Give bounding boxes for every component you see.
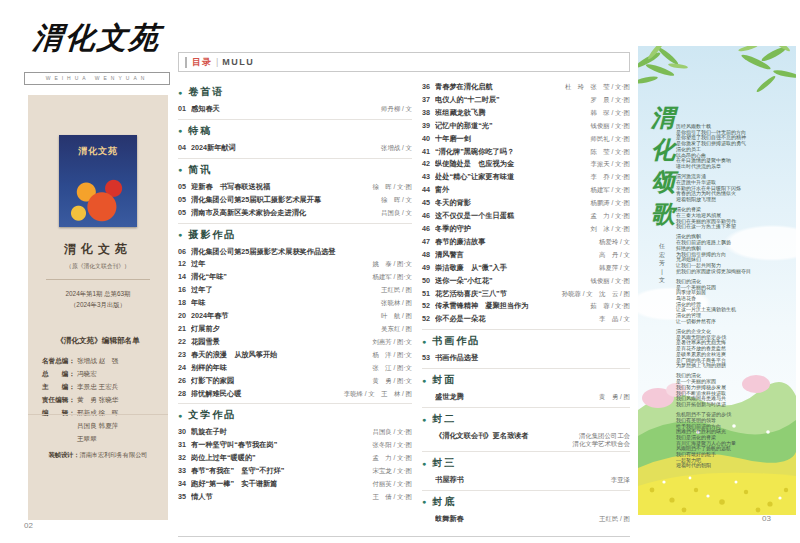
toc-title-cn: 目录	[192, 56, 212, 69]
editorial-name-line: 黄 勇 张晓华	[77, 393, 118, 406]
entry-author: 李派天 / 文·图	[591, 160, 630, 168]
editorial-name-line: 吕国良 韩夏萍	[77, 419, 118, 432]
entry-author: 钱俊丽 / 文·图	[591, 122, 630, 130]
entry-page-number: 36	[422, 81, 435, 94]
entry-page-number: 46	[422, 210, 435, 223]
entry-author-line: 韩夏萍 / 文	[599, 264, 630, 272]
entry-page-number: 40	[422, 133, 435, 146]
entry-page-number: 48	[422, 249, 435, 262]
entry-page-number: 05	[178, 181, 191, 194]
entry-author-line: 徐 晖 / 文	[381, 196, 412, 204]
entry-title: 传承雷锋精神 凝聚担当作为	[435, 300, 591, 313]
toc-entry: 48清风警言高 丹 / 文	[422, 249, 630, 262]
entry-author: 王红民 / 图	[381, 286, 412, 294]
entry-author-line: 宋宝龙 / 文·图	[373, 467, 412, 475]
section-heading-label: 文学作品	[188, 408, 236, 422]
entry-author: 徐 晖 / 文	[381, 196, 412, 204]
toc-entry: 05渭化集团公司第25届职工摄影艺术展开幕徐 晖 / 文	[178, 194, 412, 207]
entry-author-line: 李 乔 / 文·图	[591, 173, 630, 181]
journal-name: 渭化文苑	[28, 241, 168, 258]
table-of-contents: 目录 | MULU ●卷首语01感知春天师丹柳 / 文●特稿042024新年献词…	[178, 52, 630, 537]
entry-page-number: 42	[422, 158, 435, 171]
entry-title: 排忧解难民心暖	[191, 388, 344, 401]
entry-title: 跑好“第一棒” 实干谱新篇	[191, 478, 373, 491]
entry-author: 张 江 / 图·文	[373, 364, 412, 372]
section-heading-label: 封面	[432, 373, 456, 387]
section-bullet-icon: ●	[178, 231, 182, 238]
entry-author-line: 罗 晨 / 文·图	[591, 96, 630, 104]
magazine-logo-romanized: WEIHUA WENYUAN	[24, 72, 170, 85]
poem-stanza: 我们的渭化是一个美丽的家园我们努力拼搏稳步发展我们不断追求科技进取我们风雨同舟患…	[676, 373, 796, 407]
toc-columns: ●卷首语01感知春天师丹柳 / 文●特稿042024新年献词张增战 / 文●简讯…	[178, 81, 630, 537]
entry-page-number: 35	[178, 491, 191, 504]
entry-author-line: 杨鹏涛 / 文·图	[591, 199, 630, 207]
section-heading-label: 简讯	[188, 163, 212, 177]
entry-author-line: 李亚泽	[611, 476, 630, 484]
poem-line: 迎着朝阳放飞理想	[676, 197, 796, 203]
page-number-right: 03	[762, 514, 771, 523]
poem-title-vertical: 渭化颂歌	[650, 102, 676, 230]
entry-author-line: 吕国良 / 文	[381, 209, 412, 217]
entry-author: 姚 泰 / 图·文	[373, 260, 412, 268]
entry-author: 宋宝龙 / 文·图	[373, 467, 412, 475]
poem-line: 让一切都井然有序	[676, 319, 796, 325]
poem-author-char: 文	[656, 276, 668, 285]
entry-page-number: 14	[178, 271, 191, 284]
left-page: 渭化文苑 WEIHUA WENYUAN	[24, 8, 170, 85]
entry-author-line: 渭化集团公司工会	[572, 432, 630, 440]
entry-author: 杨鹏涛 / 文·图	[591, 199, 630, 207]
entry-title: 凯旋在子时	[191, 426, 373, 439]
editorial-role: 编 辑：	[42, 406, 75, 445]
editorial-names: 黄 勇 张晓华	[77, 393, 118, 406]
entry-title: “渭化牌”黑碗你吃了吗？	[435, 146, 591, 159]
toc-entry: 50送你一朵“小红花”钱俊丽 / 文·图	[422, 275, 630, 288]
entry-title: 这不仅仅是一个生日蛋糕	[435, 210, 591, 223]
entry-title: 灯展前夕	[191, 323, 381, 336]
section-bullet-icon: ●	[422, 338, 426, 345]
entry-title: 你不必是一朵花	[435, 313, 599, 326]
header-separator: |	[216, 57, 218, 67]
entry-page-number: 38	[422, 107, 435, 120]
entry-author-line: 杨建军 / 图·文	[373, 273, 412, 281]
toc-left-column: ●卷首语01感知春天师丹柳 / 文●特稿042024新年献词张增战 / 文●简讯…	[178, 81, 422, 532]
toc-entry: 30凯旋在子时吕国良 / 文·图	[178, 426, 412, 439]
toc-entry: 43处处“精心”让家更有味道李 乔 / 文·图	[422, 171, 630, 184]
editorial-role: 责任编辑：	[42, 393, 75, 406]
editorial-name-line: 李景忠 王宏兵	[77, 380, 118, 393]
entry-title: 清风警言	[435, 249, 599, 262]
poem-author-char: 任	[656, 242, 668, 251]
entry-author-line: 孟 力 / 文·图	[591, 212, 630, 220]
entry-title: 送你一朵“小红花”	[435, 275, 591, 288]
entry-page-number: 16	[178, 284, 191, 297]
toc-section: ●封三书屋荐书李亚泽	[422, 456, 630, 491]
entry-author-line: 刘惠芳 / 图·文	[373, 338, 412, 346]
entry-author: 徐 晖 / 文·图	[373, 183, 412, 191]
entry-author: 师民礼 / 文·图	[591, 135, 630, 143]
entry-page-number: 24	[178, 362, 191, 375]
toc-entry: 《渭化文联会刊》更名致读者渭化集团公司工会渭化文学艺术联合会	[422, 430, 630, 448]
poem-page-panel: 渭化颂歌 任宏芳∣文 历经风雨数十载是你指引了我们一往无前的方向是你塑造了我们自…	[638, 46, 796, 515]
toc-entry: 37电仪人的“十二时辰”罗 晨 / 文·图	[422, 94, 630, 107]
entry-page-number: 05	[178, 194, 191, 207]
toc-section: ●卷首语01感知春天师丹柳 / 文	[178, 85, 412, 120]
entry-title: 渭化“年味”	[191, 271, 373, 284]
design-credit-label: 装帧设计：	[49, 451, 80, 458]
magazine-spread: 渭化文苑 WEIHUA WENYUAN 渭化文苑 渭化文苑 （原《渭化文联会刊》…	[0, 0, 800, 543]
toc-entry: 31有一种坚守叫“春节我在岗”张冬阳 / 文·图	[178, 439, 412, 452]
entry-author: 李亚泽	[611, 476, 630, 484]
entry-author: 杨建军 / 图·文	[373, 273, 412, 281]
toc-entry: 042024新年献词张增战 / 文	[178, 142, 412, 155]
entry-author-line: 高 丹 / 文	[599, 251, 630, 259]
poem-body: 历经风雨数十载是你指引了我们一往无前的方向是你塑造了我们自强不息的精神是你激发了…	[676, 124, 796, 474]
entry-title: 渭南市及高新区美术家协会走进渭化	[191, 207, 381, 220]
toc-entry: 49崇洁敬廉 从“微”入手韩夏萍 / 文	[422, 262, 630, 275]
entry-title: 记忆中的那道“光”	[435, 120, 591, 133]
poem-line: 我们开拓创新与时俱进	[676, 402, 796, 408]
toc-entry: 22花园雪景刘惠芳 / 图·文	[178, 336, 412, 349]
toc-entry: 26灯影下的家园黄 勇 / 图·文	[178, 375, 412, 388]
entry-title: 十年磨一剑	[435, 133, 591, 146]
toc-entry: 16过年了王红民 / 图	[178, 284, 412, 297]
toc-entry: 01感知春天师丹柳 / 文	[178, 103, 412, 116]
entry-page-number: 52	[422, 300, 435, 313]
entry-title: 春天的浪漫 从放风筝开始	[191, 349, 373, 362]
